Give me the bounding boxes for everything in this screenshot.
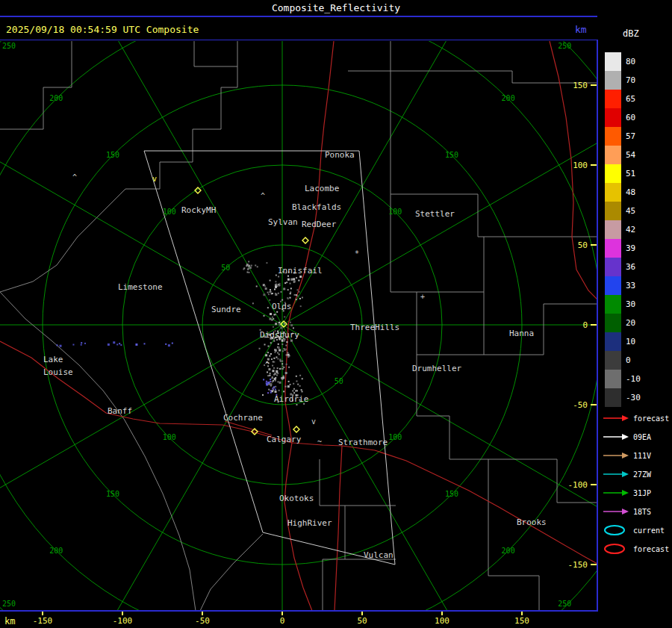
dbz-swatch-45 xyxy=(605,202,621,220)
echo-pixel xyxy=(293,383,294,385)
x-axis-label: 0 xyxy=(264,616,300,626)
station-marker: ~ xyxy=(317,438,322,446)
echo-pixel xyxy=(272,376,273,378)
station-marker: * xyxy=(355,249,359,258)
echo-pixel xyxy=(287,289,289,290)
dbz-label: 0 xyxy=(626,351,663,370)
echo-pixel xyxy=(287,279,290,281)
echo-pixel xyxy=(276,284,277,285)
echo-pixel xyxy=(283,287,285,290)
y-axis-label: 0 xyxy=(582,320,588,330)
echo-pixel xyxy=(286,341,287,343)
city-label-reddeer: RedDeer xyxy=(302,220,337,229)
echo-pixel xyxy=(270,379,271,380)
echo-pixel xyxy=(264,285,266,287)
echo-pixel xyxy=(60,345,62,347)
range-label: 200 xyxy=(49,94,63,102)
echo-pixel xyxy=(282,368,284,370)
echo-pixel xyxy=(281,368,282,370)
echo-pixel xyxy=(281,343,283,345)
echo-pixel xyxy=(275,281,276,282)
radar-map[interactable]: 5050100100100100150150150150200200200200… xyxy=(0,41,597,611)
city-label-okotoks: Okotoks xyxy=(279,494,314,503)
x-axis-unit-label: km xyxy=(4,616,15,627)
echo-pixel xyxy=(143,343,145,344)
echo-pixel xyxy=(270,383,272,385)
echo-pixel xyxy=(268,389,270,391)
track-ellipse-icon xyxy=(602,521,630,540)
echo-pixel xyxy=(273,314,275,315)
echo-pixel xyxy=(299,276,302,278)
dbz-label: 65 xyxy=(626,90,663,108)
echo-pixel xyxy=(301,389,302,391)
dbz-label: 42 xyxy=(626,220,663,239)
echo-pixel xyxy=(256,285,258,287)
city-label-drumheller: Drumheller xyxy=(412,364,462,373)
echo-pixel xyxy=(276,275,277,276)
echo-pixel xyxy=(108,343,110,346)
echo-pixel xyxy=(279,382,281,384)
echo-pixel xyxy=(264,343,266,345)
echo-pixel xyxy=(302,296,303,298)
track-legend-row: forecast xyxy=(602,540,672,559)
echo-pixel xyxy=(268,293,270,295)
track-label: forecast xyxy=(633,409,669,428)
city-label-brooks: Brooks xyxy=(517,517,547,527)
echo-pixel xyxy=(278,276,279,277)
echo-pixel xyxy=(280,326,282,329)
echo-pixel xyxy=(290,291,291,293)
echo-pixel xyxy=(277,367,279,369)
dbz-label: 39 xyxy=(626,239,663,258)
city-label-lake: Lake xyxy=(43,355,63,364)
track-label: current xyxy=(633,521,665,540)
echo-pixel xyxy=(302,378,303,379)
track-legend-row: 31JP xyxy=(602,484,672,503)
echo-pixel xyxy=(293,392,295,394)
echo-pixel xyxy=(293,388,295,390)
echo-pixel xyxy=(283,376,284,377)
dbz-swatch-70 xyxy=(605,71,621,90)
echo-pixel xyxy=(290,340,293,342)
y-axis-label: -150 xyxy=(568,560,588,570)
echo-pixel xyxy=(290,283,291,285)
echo-pixel xyxy=(287,354,290,356)
track-arrow-icon xyxy=(602,465,630,484)
dbz-label: -30 xyxy=(626,388,663,407)
city-label-strathmore: Strathmore xyxy=(338,438,388,447)
echo-pixel xyxy=(274,373,276,374)
echo-pixel xyxy=(296,381,297,382)
echo-pixel xyxy=(255,264,256,266)
echo-pixel xyxy=(135,343,137,346)
track-label: 31JP xyxy=(633,484,651,503)
echo-pixel xyxy=(275,323,277,325)
dbz-scale-title: dBZ xyxy=(623,28,639,39)
echo-pixel xyxy=(270,373,271,374)
echo-pixel xyxy=(277,373,279,374)
x-axis-tick xyxy=(202,612,203,615)
city-label-innisfail: Innisfail xyxy=(278,266,323,276)
echo-pixel xyxy=(283,348,284,349)
echo-pixel xyxy=(270,313,272,315)
range-label: 250 xyxy=(2,600,16,608)
city-label-highriver: HighRiver xyxy=(287,518,332,528)
echo-pixel xyxy=(168,344,170,346)
echo-pixel xyxy=(270,392,272,394)
echo-pixel xyxy=(257,266,258,267)
divider-map-right xyxy=(597,40,598,612)
track-arrow-icon xyxy=(602,484,630,503)
dbz-label: 48 xyxy=(626,183,663,202)
echo-pixel xyxy=(281,341,283,342)
dbz-swatch-80 xyxy=(605,52,621,71)
echo-pixel xyxy=(267,307,269,308)
x-axis-tick xyxy=(281,612,283,615)
echo-pixel xyxy=(246,264,249,266)
echo-pixel xyxy=(278,343,279,345)
track-arrow-icon xyxy=(602,428,630,447)
echo-pixel xyxy=(283,391,284,392)
divider-map-top xyxy=(0,40,597,40)
track-label: forecast xyxy=(633,540,669,559)
dbz-label: 51 xyxy=(626,164,663,183)
echo-pixel xyxy=(275,350,276,352)
echo-pixel xyxy=(281,299,283,301)
echo-pixel xyxy=(273,386,275,388)
